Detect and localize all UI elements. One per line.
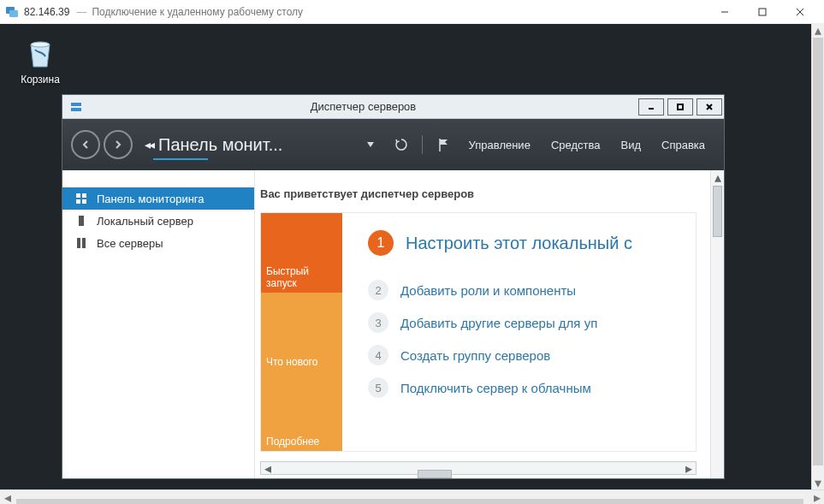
step-number: 5 — [368, 377, 388, 398]
step-number: 2 — [368, 280, 388, 300]
scroll-thumb[interactable] — [713, 186, 722, 237]
step-link: Настроить этот локальный с — [406, 234, 632, 253]
svg-rect-10 — [678, 104, 683, 110]
close-button[interactable] — [781, 0, 819, 24]
rdp-icon — [5, 5, 19, 19]
rdp-caption: Подключение к удаленному рабочему столу — [92, 6, 303, 18]
svg-rect-1 — [9, 10, 18, 17]
tile-label: Подробнее — [266, 436, 319, 448]
menu-tools[interactable]: Средства — [551, 139, 601, 151]
tile-whats-new[interactable]: Что нового — [261, 293, 342, 372]
remote-desktop-surface: Корзина Диспетчер серверов ◂◂ — [0, 24, 811, 489]
sidebar: Панель мониторинга Локальный сервер Все … — [62, 170, 255, 478]
svg-rect-20 — [82, 238, 86, 248]
page-horizontal-scrollbar[interactable]: ◂ ▸ — [0, 489, 824, 504]
rdp-titlebar: 82.146.39 — Подключение к удаленному раб… — [0, 0, 824, 24]
svg-rect-8 — [71, 108, 81, 111]
local-server-icon — [74, 215, 88, 227]
all-servers-icon — [74, 237, 88, 249]
dashboard-icon — [74, 193, 88, 205]
server-manager-title: Диспетчер серверов — [90, 100, 637, 113]
sidebar-item-label: Панель мониторинга — [97, 193, 205, 205]
scroll-up-arrow-icon[interactable]: ▴ — [711, 170, 724, 184]
toolbar-separator — [422, 135, 423, 154]
scroll-down-arrow-icon[interactable]: ▾ — [812, 477, 824, 489]
svg-rect-18 — [79, 216, 84, 226]
scroll-thumb[interactable] — [813, 38, 823, 465]
step-add-servers[interactable]: 3 Добавить другие серверы для уп — [368, 312, 696, 333]
step-number: 3 — [368, 312, 388, 333]
refresh-button[interactable] — [389, 137, 413, 152]
step-connect-cloud[interactable]: 5 Подключить сервер к облачным — [368, 377, 696, 398]
panel-horizontal-scrollbar[interactable]: ◂ ▸ — [260, 461, 697, 475]
step-link: Подключить сервер к облачным — [400, 381, 591, 395]
step-configure-local-server[interactable]: 1 Настроить этот локальный с — [368, 230, 696, 256]
server-manager-titlebar[interactable]: Диспетчер серверов — [62, 95, 724, 119]
svg-rect-17 — [82, 199, 86, 204]
breadcrumb-chevron-icon: ◂◂ — [145, 138, 153, 151]
scroll-left-arrow-icon[interactable]: ◂ — [0, 490, 15, 505]
server-manager-toolbar: ◂◂ Панель монит... Управление Средства В… — [62, 119, 724, 170]
recycle-bin-label: Корзина — [10, 74, 70, 86]
svg-rect-19 — [77, 238, 80, 248]
step-number: 1 — [368, 230, 394, 256]
menu-view[interactable]: Вид — [620, 139, 641, 151]
server-manager-window: Диспетчер серверов ◂◂ Панель монит... — [62, 94, 725, 479]
sm-minimize-button[interactable] — [638, 98, 664, 116]
scroll-left-arrow-icon[interactable]: ◂ — [261, 462, 275, 474]
scroll-thumb[interactable] — [418, 470, 452, 478]
recycle-bin-desktop-icon[interactable]: Корзина — [10, 34, 70, 86]
menu-help[interactable]: Справка — [661, 139, 705, 151]
recycle-bin-icon — [22, 34, 58, 70]
rdp-separator: — — [76, 6, 86, 18]
steps-list: 1 Настроить этот локальный с 2 Добавить … — [342, 213, 696, 451]
breadcrumb-dropdown-icon[interactable] — [359, 142, 382, 147]
svg-rect-14 — [76, 193, 80, 198]
step-add-roles[interactable]: 2 Добавить роли и компоненты — [368, 280, 696, 300]
notifications-flag-icon[interactable] — [431, 137, 455, 152]
tile-quick-start[interactable]: Быстрый запуск — [261, 213, 342, 293]
sidebar-item-all-servers[interactable]: Все серверы — [62, 232, 254, 254]
svg-rect-16 — [76, 199, 80, 204]
scroll-right-arrow-icon[interactable]: ▸ — [809, 490, 824, 505]
tile-label: Что нового — [266, 356, 317, 368]
rdp-vertical-scrollbar[interactable]: ▴ ▾ — [811, 24, 824, 489]
tile-label: Быстрый запуск — [266, 265, 337, 289]
rdp-ip: 82.146.39 — [24, 6, 69, 18]
sm-close-button[interactable] — [697, 98, 722, 116]
nav-forward-button[interactable] — [104, 130, 133, 159]
sidebar-item-label: Все серверы — [97, 237, 163, 250]
welcome-heading: Вас приветствует диспетчер серверов — [260, 187, 724, 200]
sidebar-item-local-server[interactable]: Локальный сервер — [62, 210, 254, 232]
step-create-group[interactable]: 4 Создать группу серверов — [368, 345, 696, 365]
minimize-button[interactable] — [706, 0, 744, 24]
sidebar-item-label: Локальный сервер — [97, 215, 193, 228]
main-vertical-scrollbar[interactable]: ▴ — [710, 170, 724, 478]
svg-rect-7 — [71, 103, 81, 106]
svg-point-6 — [31, 42, 50, 47]
tile-learn-more[interactable]: Подробнее — [261, 371, 342, 451]
breadcrumb[interactable]: ◂◂ Панель монит... — [145, 135, 282, 155]
scroll-right-arrow-icon[interactable]: ▸ — [682, 462, 696, 474]
scroll-up-arrow-icon[interactable]: ▴ — [812, 24, 824, 37]
main-content: Вас приветствует диспетчер серверов Быст… — [255, 170, 724, 478]
svg-rect-15 — [82, 193, 86, 198]
sidebar-item-dashboard[interactable]: Панель мониторинга — [62, 187, 254, 210]
step-number: 4 — [368, 345, 388, 365]
scroll-thumb[interactable] — [16, 499, 803, 504]
breadcrumb-text: Панель монит... — [158, 135, 282, 155]
sm-maximize-button[interactable] — [667, 98, 693, 116]
step-link: Добавить роли и компоненты — [400, 283, 576, 298]
server-manager-icon — [68, 98, 85, 116]
tiles-column: Быстрый запуск Что нового Подробнее — [261, 213, 342, 451]
server-manager-body: Панель мониторинга Локальный сервер Все … — [62, 170, 724, 478]
nav-back-button[interactable] — [71, 130, 100, 159]
welcome-panel: Быстрый запуск Что нового Подробнее 1 На… — [260, 212, 697, 452]
step-link: Добавить другие серверы для уп — [400, 316, 597, 330]
step-link: Создать группу серверов — [400, 348, 550, 363]
menu-manage[interactable]: Управление — [469, 139, 531, 151]
svg-rect-3 — [759, 9, 766, 15]
maximize-button[interactable] — [744, 0, 781, 24]
